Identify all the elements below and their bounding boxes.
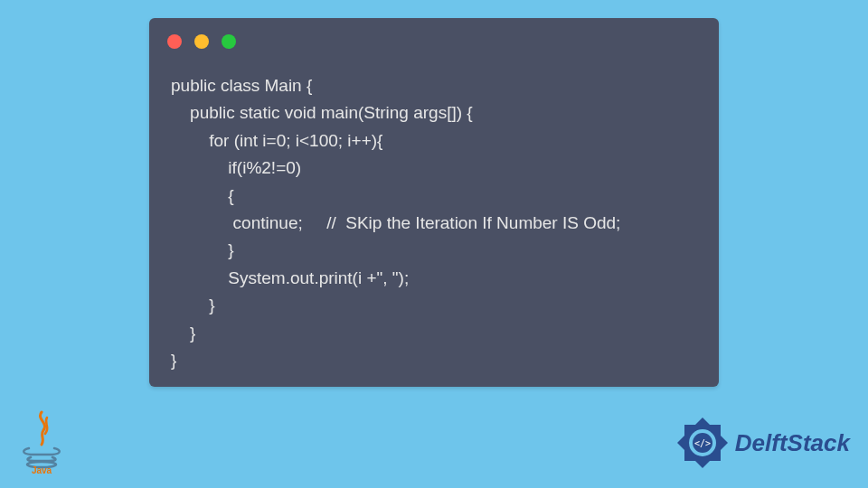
svg-text:</>: </>: [694, 438, 711, 448]
delftstack-icon: </>: [675, 416, 730, 470]
maximize-icon: [222, 34, 236, 49]
code-block: public class Main { public static void m…: [171, 72, 701, 374]
close-icon: [167, 34, 182, 49]
code-window: public class Main { public static void m…: [149, 18, 719, 387]
brand-logo: </> DelftStack: [675, 416, 850, 470]
window-traffic-lights: [167, 34, 236, 49]
brand-name: DelftStack: [735, 429, 850, 457]
minimize-icon: [194, 34, 209, 49]
svg-text:Java: Java: [32, 465, 52, 474]
java-logo-icon: Java: [18, 410, 65, 474]
